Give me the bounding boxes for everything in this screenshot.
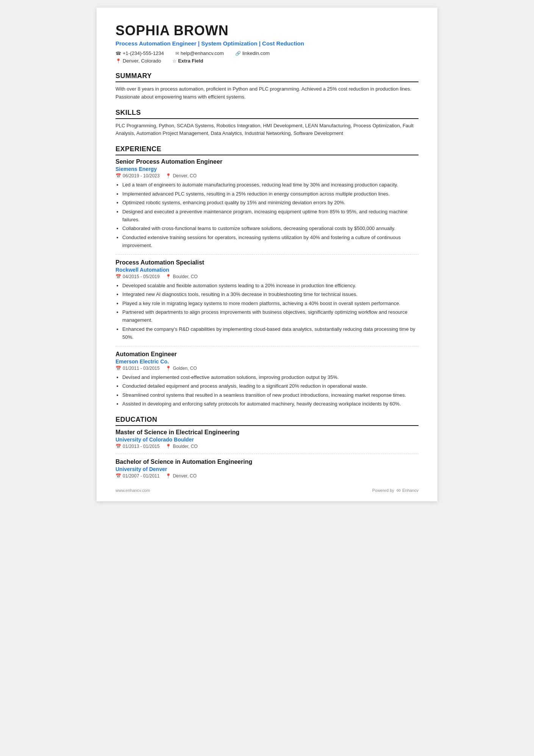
job-2-title: Process Automation Specialist	[116, 259, 418, 266]
list-item: Devised and implemented cost-effective a…	[122, 373, 418, 381]
email-contact: ✉ help@enhancv.com	[175, 50, 224, 56]
location-contact: 📍 Denver, Colorado	[116, 58, 161, 64]
linkedin-contact: 🔗 linkedin.com	[235, 50, 270, 56]
list-item: Collaborated with cross-functional teams…	[122, 224, 418, 232]
header: SOPHIA BROWN Process Automation Engineer…	[116, 23, 418, 64]
job-3-bullets: Devised and implemented cost-effective a…	[116, 373, 418, 408]
resume-page: SOPHIA BROWN Process Automation Engineer…	[97, 8, 437, 501]
candidate-title: Process Automation Engineer | System Opt…	[116, 40, 418, 47]
skills-text: PLC Programming, Python, SCADA Systems, …	[116, 122, 418, 138]
experience-section: EXPERIENCE Senior Process Automation Eng…	[116, 145, 418, 408]
job-3-meta: 📅 01/2011 - 03/2015 📍 Golden, CO	[116, 366, 418, 371]
list-item: Enhanced the company's R&D capabilities …	[122, 325, 418, 341]
list-item: Streamlined control systems that resulte…	[122, 391, 418, 399]
degree-1-location: 📍 Boulder, CO	[166, 444, 197, 449]
job-1: Senior Process Automation Engineer Sieme…	[116, 158, 418, 250]
job-1-location: 📍 Denver, CO	[166, 173, 197, 178]
degree-1-dates: 📅 01/2013 - 01/2015	[116, 444, 159, 449]
degree-1-title: Master of Science in Electrical Engineer…	[116, 429, 418, 436]
degree-2-school: University of Denver	[116, 466, 418, 472]
summary-title: SUMMARY	[116, 72, 418, 80]
job-3-dates: 📅 01/2011 - 03/2015	[116, 366, 159, 371]
list-item: Conducted detailed equipment and process…	[122, 382, 418, 390]
location-icon-edu2: 📍	[166, 473, 171, 479]
phone-contact: ☎ +1-(234)-555-1234	[116, 50, 164, 56]
experience-title: EXPERIENCE	[116, 145, 418, 153]
job-1-meta: 📅 06/2019 - 10/2023 📍 Denver, CO	[116, 173, 418, 178]
degree-2-meta: 📅 01/2007 - 01/2011 📍 Denver, CO	[116, 473, 418, 479]
job-1-title: Senior Process Automation Engineer	[116, 158, 418, 165]
education-section: EDUCATION Master of Science in Electrica…	[116, 416, 418, 479]
candidate-name: SOPHIA BROWN	[116, 23, 418, 39]
list-item: Developed scalable and flexible automati…	[122, 282, 418, 290]
job-2-location: 📍 Boulder, CO	[166, 274, 197, 279]
education-divider	[116, 425, 418, 426]
edu-divider	[116, 454, 418, 454]
experience-divider	[116, 155, 418, 155]
location-icon-job3: 📍	[166, 366, 171, 371]
skills-section: SKILLS PLC Programming, Python, SCADA Sy…	[116, 109, 418, 138]
link-icon: 🔗	[235, 51, 241, 56]
calendar-icon: 📅	[116, 173, 121, 178]
education-title: EDUCATION	[116, 416, 418, 424]
job-2-dates: 📅 04/2015 - 05/2019	[116, 274, 159, 279]
summary-divider	[116, 81, 418, 82]
powered-by-text: Powered by	[372, 488, 394, 493]
summary-section: SUMMARY With over 8 years in process aut…	[116, 72, 418, 101]
calendar-icon-3: 📅	[116, 366, 121, 371]
list-item: Conducted extensive training sessions fo…	[122, 233, 418, 250]
degree-1-meta: 📅 01/2013 - 01/2015 📍 Boulder, CO	[116, 444, 418, 449]
job-3: Automation Engineer Emerson Electric Co.…	[116, 351, 418, 408]
job-2-bullets: Developed scalable and flexible automati…	[116, 282, 418, 341]
skills-divider	[116, 118, 418, 119]
degree-2-dates: 📅 01/2007 - 01/2011	[116, 473, 159, 479]
job-1-dates: 📅 06/2019 - 10/2023	[116, 173, 159, 178]
star-icon: ☆	[172, 58, 176, 64]
job-1-bullets: Led a team of engineers to automate manu…	[116, 181, 418, 250]
contact-row-1: ☎ +1-(234)-555-1234 ✉ help@enhancv.com 🔗…	[116, 50, 418, 56]
location-icon-job2: 📍	[166, 274, 171, 279]
enhancv-branding: Powered by ∞ Enhancv	[372, 487, 418, 494]
email-icon: ✉	[175, 51, 179, 56]
degree-2: Bachelor of Science in Automation Engine…	[116, 459, 418, 479]
degree-2-location: 📍 Denver, CO	[166, 473, 197, 479]
location-icon-job1: 📍	[166, 173, 171, 178]
resume-footer: www.enhancv.com Powered by ∞ Enhancv	[116, 487, 418, 494]
job-1-company: Siemens Energy	[116, 166, 418, 172]
list-item: Optimized robotic systems, enhancing pro…	[122, 199, 418, 207]
footer-website: www.enhancv.com	[116, 488, 150, 493]
skills-title: SKILLS	[116, 109, 418, 117]
list-item: Assisted in developing and enforcing saf…	[122, 400, 418, 408]
contact-section: ☎ +1-(234)-555-1234 ✉ help@enhancv.com 🔗…	[116, 50, 418, 64]
brand-name: Enhancv	[402, 488, 418, 493]
job-3-location: 📍 Golden, CO	[166, 366, 197, 371]
list-item: Played a key role in migrating legacy sy…	[122, 299, 418, 307]
list-item: Partnered with departments to align proc…	[122, 308, 418, 324]
calendar-icon-2: 📅	[116, 274, 121, 279]
job-divider-1	[116, 254, 418, 255]
contact-row-2: 📍 Denver, Colorado ☆ Extra Field	[116, 58, 418, 64]
list-item: Led a team of engineers to automate manu…	[122, 181, 418, 189]
job-3-company: Emerson Electric Co.	[116, 358, 418, 365]
calendar-icon-edu1: 📅	[116, 444, 121, 449]
list-item: Designed and executed a preventive maint…	[122, 208, 418, 224]
job-divider-2	[116, 346, 418, 346]
job-2: Process Automation Specialist Rockwell A…	[116, 259, 418, 341]
enhancv-logo-icon: ∞	[397, 487, 400, 494]
location-icon-edu1: 📍	[166, 444, 171, 449]
list-item: Integrated new AI diagnostics tools, res…	[122, 290, 418, 298]
job-2-company: Rockwell Automation	[116, 267, 418, 273]
calendar-icon-edu2: 📅	[116, 473, 121, 479]
degree-2-title: Bachelor of Science in Automation Engine…	[116, 459, 418, 465]
list-item: Implemented advanced PLC systems, result…	[122, 190, 418, 198]
extra-field-contact: ☆ Extra Field	[172, 58, 203, 64]
degree-1-school: University of Colorado Boulder	[116, 437, 418, 443]
degree-1: Master of Science in Electrical Engineer…	[116, 429, 418, 449]
job-2-meta: 📅 04/2015 - 05/2019 📍 Boulder, CO	[116, 274, 418, 279]
summary-text: With over 8 years in process automation,…	[116, 85, 418, 101]
phone-icon: ☎	[116, 51, 121, 56]
job-3-title: Automation Engineer	[116, 351, 418, 358]
location-icon: 📍	[116, 58, 121, 64]
